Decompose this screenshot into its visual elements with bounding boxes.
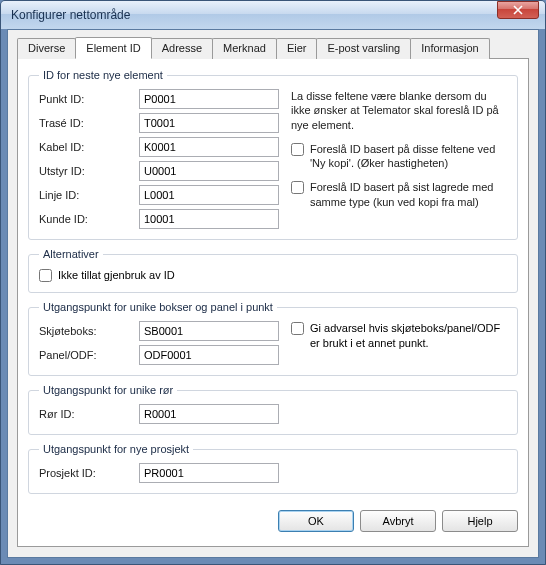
skjoteboks-label: Skjøteboks: — [39, 325, 139, 337]
group-prosjekt: Utgangspunkt for nye prosjekt Prosjekt I… — [28, 443, 518, 494]
tab-epost-varsling[interactable]: E-post varsling — [316, 38, 411, 59]
trase-id-label: Trasé ID: — [39, 117, 139, 129]
ror-id-label: Rør ID: — [39, 408, 139, 420]
avbryt-button[interactable]: Avbryt — [360, 510, 436, 532]
group-next-id-legend: ID for neste nye element — [39, 69, 167, 81]
kunde-id-label: Kunde ID: — [39, 213, 139, 225]
skjoteboks-input[interactable] — [139, 321, 279, 341]
chk-warn-reuse-label: Gi advarsel hvis skjøteboks/panel/ODF er… — [310, 321, 507, 350]
close-icon — [513, 5, 523, 15]
prosjekt-id-label: Prosjekt ID: — [39, 467, 139, 479]
tab-informasjon[interactable]: Informasjon — [410, 38, 489, 59]
trase-id-input[interactable] — [139, 113, 279, 133]
linje-id-input[interactable] — [139, 185, 279, 205]
tab-eier[interactable]: Eier — [276, 38, 318, 59]
group-bokser-panel: Utgangspunkt for unike bokser og panel i… — [28, 301, 518, 376]
group-bokser-panel-legend: Utgangspunkt for unike bokser og panel i… — [39, 301, 277, 313]
chk-warn-reuse[interactable] — [291, 322, 304, 335]
next-id-note: La disse feltene være blanke dersom du i… — [291, 89, 507, 132]
panel-odf-input[interactable] — [139, 345, 279, 365]
tab-merknad[interactable]: Merknad — [212, 38, 277, 59]
tab-content: ID for neste nye element Punkt ID: Trasé… — [17, 58, 529, 547]
ror-id-input[interactable] — [139, 404, 279, 424]
chk-reuse-id-label: Ikke tillat gjenbruk av ID — [58, 268, 507, 282]
chk-ny-kopi[interactable] — [291, 143, 304, 156]
utstyr-id-label: Utstyr ID: — [39, 165, 139, 177]
kabel-id-input[interactable] — [139, 137, 279, 157]
chk-sist-lagrede-label: Foreslå ID basert på sist lagrede med sa… — [310, 180, 507, 209]
tab-diverse[interactable]: Diverse — [17, 38, 76, 59]
chk-reuse-id[interactable] — [39, 269, 52, 282]
tab-bar: Diverse Element ID Adresse Merknad Eier … — [17, 38, 529, 59]
group-alternativer: Alternativer Ikke tillat gjenbruk av ID — [28, 248, 518, 293]
group-ror: Utgangspunkt for unike rør Rør ID: — [28, 384, 518, 435]
window-title: Konfigurer nettområde — [11, 8, 541, 22]
punkt-id-input[interactable] — [139, 89, 279, 109]
kabel-id-label: Kabel ID: — [39, 141, 139, 153]
group-next-id: ID for neste nye element Punkt ID: Trasé… — [28, 69, 518, 240]
punkt-id-label: Punkt ID: — [39, 93, 139, 105]
group-prosjekt-legend: Utgangspunkt for nye prosjekt — [39, 443, 193, 455]
hjelp-button[interactable]: Hjelp — [442, 510, 518, 532]
titlebar: Konfigurer nettområde — [1, 1, 545, 29]
dialog-window: Konfigurer nettområde Diverse Element ID… — [0, 0, 546, 565]
dialog-buttons: OK Avbryt Hjelp — [28, 510, 518, 532]
prosjekt-id-input[interactable] — [139, 463, 279, 483]
tab-element-id[interactable]: Element ID — [75, 37, 151, 59]
utstyr-id-input[interactable] — [139, 161, 279, 181]
kunde-id-input[interactable] — [139, 209, 279, 229]
group-ror-legend: Utgangspunkt for unike rør — [39, 384, 177, 396]
chk-sist-lagrede[interactable] — [291, 181, 304, 194]
ok-button[interactable]: OK — [278, 510, 354, 532]
group-alternativer-legend: Alternativer — [39, 248, 103, 260]
close-button[interactable] — [497, 1, 539, 19]
linje-id-label: Linje ID: — [39, 189, 139, 201]
client-area: Diverse Element ID Adresse Merknad Eier … — [7, 29, 539, 558]
panel-odf-label: Panel/ODF: — [39, 349, 139, 361]
chk-ny-kopi-label: Foreslå ID basert på disse feltene ved '… — [310, 142, 507, 171]
tab-adresse[interactable]: Adresse — [151, 38, 213, 59]
